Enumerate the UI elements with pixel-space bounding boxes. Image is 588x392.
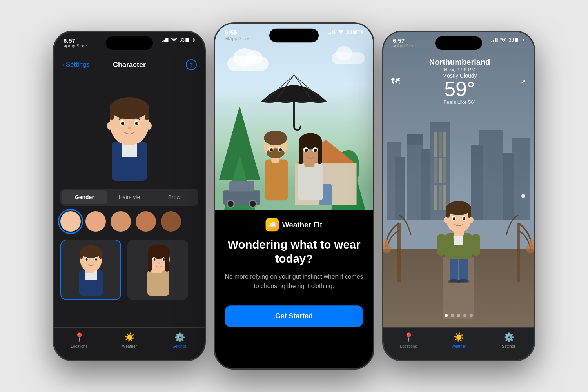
- svg-point-33: [95, 258, 97, 261]
- share-icon[interactable]: ↗︎: [519, 77, 526, 86]
- tab-locations[interactable]: 📍 Locations: [54, 332, 104, 348]
- svg-rect-79: [353, 31, 356, 34]
- status-time-3: 6:57: [393, 37, 405, 44]
- status-sub-2: ◀ App Store: [225, 36, 249, 42]
- phone-1: 6:57 ◀ App Store 33: [53, 31, 206, 361]
- svg-point-102: [469, 217, 474, 223]
- locations-icon-3: 📍: [403, 332, 414, 343]
- status-icons-2: 33: [328, 29, 363, 35]
- svg-rect-95: [446, 207, 450, 218]
- app-name: Weather Fit: [282, 220, 323, 229]
- svg-rect-39: [165, 250, 169, 272]
- status-icons-3: 33: [491, 37, 524, 43]
- svg-rect-67: [299, 140, 303, 164]
- tab-brow[interactable]: Brow: [152, 190, 197, 204]
- tab-settings-3[interactable]: ⚙️ Settings: [484, 332, 534, 348]
- swatch-1[interactable]: [60, 211, 81, 232]
- swatch-4[interactable]: [136, 211, 156, 232]
- svg-rect-74: [330, 32, 331, 34]
- svg-point-61: [270, 148, 273, 151]
- city-name: Northumberland: [400, 58, 519, 67]
- svg-rect-111: [515, 38, 518, 42]
- dot-4: [463, 314, 466, 317]
- help-button[interactable]: ?: [186, 59, 197, 70]
- wifi-icon: [171, 38, 177, 42]
- bottom-tab-bar-3: 📍 Locations ☀️ Weather ⚙️ Settings: [383, 327, 534, 360]
- signal-icon-3: [491, 38, 498, 42]
- svg-point-57: [264, 131, 287, 145]
- tab-gender[interactable]: Gender: [62, 190, 107, 204]
- tab-hairstyle[interactable]: Hairstyle: [107, 190, 152, 204]
- svg-point-44: [158, 262, 160, 264]
- svg-rect-90: [437, 234, 446, 256]
- battery-shape-2: [353, 30, 363, 35]
- phone-2: ☁️ Weather Fit Wondering what to wear to…: [214, 22, 374, 370]
- svg-point-84: [526, 244, 534, 253]
- weather-character: [433, 198, 484, 284]
- tab-locations-label-3: Locations: [400, 344, 417, 348]
- svg-point-20: [128, 127, 131, 129]
- signal-icon: [162, 38, 169, 42]
- city-time: Now, 6:56 PM: [400, 67, 519, 73]
- status-sub-1: ◀ App Store: [64, 44, 87, 49]
- tab-settings[interactable]: ⚙️ Settings: [154, 332, 205, 348]
- battery-shape: [185, 38, 195, 42]
- get-started-button[interactable]: Get Started: [225, 305, 363, 327]
- svg-point-101: [444, 217, 448, 223]
- dot-5: [470, 314, 473, 317]
- dynamic-island-1: [106, 36, 153, 50]
- svg-point-104: [457, 279, 470, 283]
- swatch-5[interactable]: [161, 211, 181, 232]
- svg-rect-0: [162, 41, 163, 42]
- svg-point-11: [110, 97, 149, 119]
- locations-icon: 📍: [74, 332, 85, 343]
- settings-icon-3: ⚙️: [504, 332, 514, 343]
- svg-rect-75: [332, 31, 333, 35]
- status-sub-3: ◀ App Store: [393, 44, 416, 49]
- dot-2: [451, 314, 454, 317]
- weather-icon: ☀️: [124, 332, 135, 343]
- tab-weather[interactable]: ☀️ Weather: [104, 332, 154, 348]
- tab-settings-label-3: Settings: [502, 344, 516, 348]
- character-avatar: [90, 81, 169, 183]
- tab-settings-label: Settings: [172, 344, 187, 348]
- tab-locations-label: Locations: [71, 344, 88, 348]
- svg-rect-78: [362, 31, 363, 33]
- battery-icon-3: 33: [509, 37, 524, 43]
- chevron-left-icon: ‹: [62, 61, 64, 69]
- svg-point-19: [137, 123, 138, 124]
- svg-point-71: [305, 149, 308, 152]
- dot-3: [457, 314, 460, 317]
- svg-point-99: [453, 217, 455, 220]
- onboard-title: Wondering what to wear today?: [225, 238, 363, 266]
- svg-point-21: [107, 122, 113, 130]
- char-option-male[interactable]: [60, 240, 121, 300]
- tab-locations-3[interactable]: 📍 Locations: [383, 332, 434, 348]
- svg-rect-106: [493, 40, 494, 42]
- battery-shape-3: [515, 38, 524, 42]
- svg-rect-38: [148, 250, 152, 272]
- tab-weather-label-3: Weather: [451, 344, 466, 348]
- tab-weather-3[interactable]: ☀️ Weather: [434, 332, 484, 348]
- battery-icon-2: 33: [347, 29, 363, 35]
- svg-rect-54: [265, 160, 288, 201]
- map-icon[interactable]: 🗺: [391, 76, 400, 87]
- autumn-tree-right: [503, 184, 534, 282]
- bottom-tab-bar-1: 📍 Locations ☀️ Weather ⚙️ Settings: [54, 327, 205, 360]
- svg-rect-5: [194, 39, 195, 41]
- dot-1: [445, 314, 448, 317]
- swatch-2[interactable]: [85, 211, 106, 232]
- char-option-female[interactable]: [127, 240, 188, 300]
- female-character-preview: [136, 245, 180, 296]
- svg-rect-91: [472, 234, 480, 256]
- svg-point-72: [314, 149, 317, 152]
- wifi-icon-3: [500, 38, 506, 42]
- svg-rect-96: [468, 207, 471, 218]
- svg-point-62: [279, 148, 282, 151]
- back-button[interactable]: ‹ Settings: [62, 61, 90, 69]
- pagination-dots: [445, 314, 473, 317]
- svg-point-94: [446, 201, 471, 215]
- swatch-3[interactable]: [111, 211, 131, 232]
- dynamic-island-3: [435, 36, 482, 50]
- phone2-background: ☁️ Weather Fit Wondering what to wear to…: [215, 24, 373, 368]
